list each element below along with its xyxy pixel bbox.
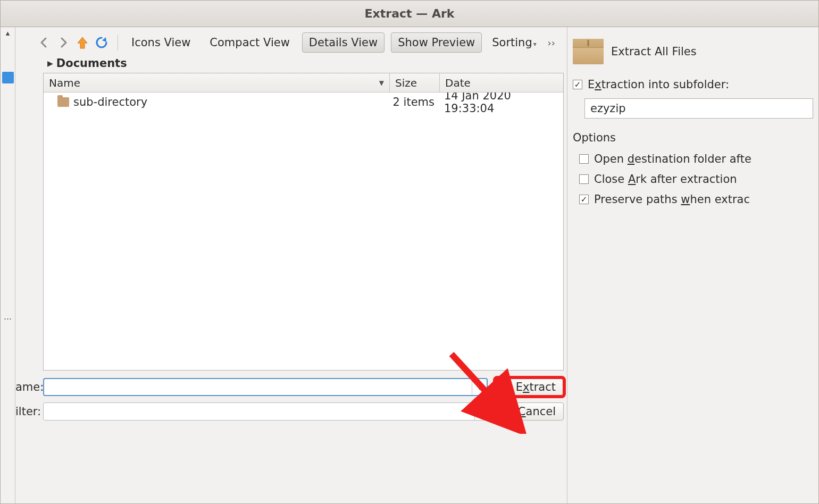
sidebar-overflow-icon: … bbox=[4, 312, 12, 322]
filter-combo[interactable]: ▼ bbox=[43, 402, 490, 421]
folder-icon bbox=[57, 97, 69, 107]
chevron-left-icon bbox=[39, 36, 49, 49]
cancel-button[interactable]: Cancel bbox=[497, 402, 564, 421]
column-header-size[interactable]: Size bbox=[390, 73, 440, 92]
show-preview-button[interactable]: Show Preview bbox=[391, 32, 482, 53]
name-label: ame: bbox=[15, 381, 43, 393]
extract-button[interactable]: Extract bbox=[495, 378, 564, 396]
name-dropdown-button[interactable]: ▼ bbox=[472, 379, 487, 395]
file-row-name: sub-directory bbox=[73, 96, 147, 108]
toolbar: Icons View Compact View Details View Sho… bbox=[15, 29, 567, 55]
cancel-icon bbox=[505, 407, 515, 416]
places-sidebar[interactable]: ▴ … bbox=[1, 27, 15, 503]
reload-button[interactable] bbox=[92, 33, 111, 52]
filter-dropdown-button[interactable]: ▼ bbox=[474, 403, 489, 420]
titlebar[interactable]: Extract — Ark bbox=[1, 1, 818, 27]
forward-button[interactable] bbox=[54, 33, 73, 52]
filter-label: ilter: bbox=[15, 405, 43, 418]
chevron-right-icon bbox=[58, 36, 69, 49]
extract-label: Extract bbox=[516, 381, 556, 393]
dialog-body: ▴ … Icons View Compact View bbox=[1, 27, 818, 503]
back-button[interactable] bbox=[35, 33, 54, 52]
dropdown-indicator-icon: ▾ bbox=[533, 40, 537, 48]
archive-box-icon bbox=[573, 39, 604, 64]
panel-header: Extract All Files bbox=[573, 39, 818, 64]
file-rows: sub-directory 2 items 14 Jan 2020 19:33:… bbox=[44, 93, 563, 370]
filter-input[interactable] bbox=[44, 403, 474, 420]
close-ark-label: Close Ark after extraction bbox=[594, 173, 737, 186]
file-browser: Icons View Compact View Details View Sho… bbox=[15, 27, 567, 503]
sidebar-scroll-up-icon[interactable]: ▴ bbox=[6, 28, 10, 38]
subfolder-label: Extraction into subfolder: bbox=[588, 78, 729, 91]
compact-view-button[interactable]: Compact View bbox=[203, 32, 296, 53]
bottom-controls: ame: ▼ Extract ilter: ▼ bbox=[15, 378, 564, 427]
subfolder-input-wrap[interactable]: ezyzip bbox=[584, 98, 813, 119]
sidebar-selected-place[interactable] bbox=[2, 72, 14, 83]
subfolder-checkbox[interactable]: ✓ bbox=[573, 80, 582, 89]
open-dest-checkbox[interactable] bbox=[579, 154, 589, 164]
reload-icon bbox=[95, 36, 108, 49]
icons-view-button[interactable]: Icons View bbox=[124, 32, 197, 53]
column-header-date[interactable]: Date bbox=[440, 73, 563, 92]
toolbar-separator bbox=[118, 35, 118, 51]
column-name-label: Name bbox=[49, 77, 80, 89]
sorting-label: Sorting bbox=[492, 36, 532, 49]
subfolder-checkbox-row[interactable]: ✓ Extraction into subfolder: bbox=[573, 78, 818, 91]
breadcrumb-location[interactable]: Documents bbox=[56, 57, 127, 70]
name-combo[interactable]: ▼ bbox=[43, 378, 488, 396]
preserve-paths-checkbox[interactable]: ✓ bbox=[579, 195, 589, 204]
up-button[interactable] bbox=[73, 33, 92, 52]
preserve-paths-checkbox-row[interactable]: ✓ Preserve paths when extrac bbox=[579, 193, 818, 206]
breadcrumb[interactable]: ▶ Documents bbox=[15, 55, 567, 73]
close-ark-checkbox-row[interactable]: Close Ark after extraction bbox=[579, 173, 818, 186]
options-panel: Extract All Files ✓ Extraction into subf… bbox=[567, 27, 818, 503]
filter-row: ilter: ▼ Cancel bbox=[15, 402, 564, 421]
extract-down-icon bbox=[503, 382, 513, 392]
column-headers: Name ▼ Size Date bbox=[44, 73, 563, 93]
options-heading: Options bbox=[573, 131, 818, 144]
details-view-button[interactable]: Details View bbox=[302, 32, 385, 53]
file-row-size: 2 items bbox=[390, 96, 440, 108]
breadcrumb-arrow-icon: ▶ bbox=[47, 59, 53, 68]
panel-title: Extract All Files bbox=[611, 45, 697, 58]
extract-dialog: Extract — Ark ▴ … bbox=[0, 0, 819, 504]
file-list: Name ▼ Size Date sub-directory 2 items 1… bbox=[43, 73, 564, 371]
sort-indicator-icon: ▼ bbox=[379, 79, 384, 87]
toolbar-overflow-button[interactable]: ›› bbox=[548, 37, 555, 48]
open-dest-checkbox-row[interactable]: Open destination folder afte bbox=[579, 153, 818, 165]
open-dest-label: Open destination folder afte bbox=[594, 153, 751, 165]
close-ark-checkbox[interactable] bbox=[579, 174, 589, 184]
name-input[interactable] bbox=[44, 379, 472, 395]
cancel-label: Cancel bbox=[518, 405, 556, 418]
up-arrow-icon bbox=[76, 36, 89, 49]
window-title: Extract — Ark bbox=[365, 7, 455, 20]
file-row[interactable]: sub-directory 2 items 14 Jan 2020 19:33:… bbox=[44, 93, 563, 112]
name-row: ame: ▼ Extract bbox=[15, 378, 564, 396]
column-header-name[interactable]: Name ▼ bbox=[44, 73, 390, 92]
subfolder-input[interactable]: ezyzip bbox=[590, 102, 626, 115]
sorting-menu[interactable]: Sorting▾ bbox=[485, 32, 544, 53]
preserve-paths-label: Preserve paths when extrac bbox=[594, 193, 750, 206]
file-row-date: 14 Jan 2020 19:33:04 bbox=[440, 93, 563, 115]
file-row-name-cell: sub-directory bbox=[44, 96, 390, 108]
